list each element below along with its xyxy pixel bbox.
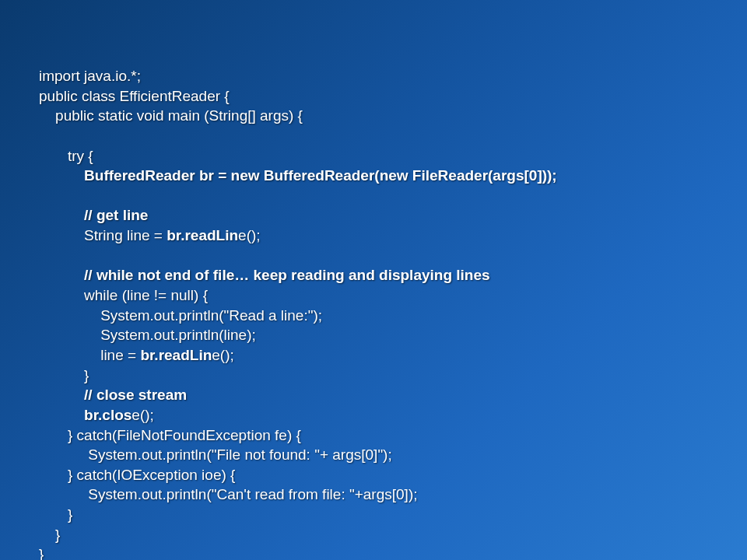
code-line: BufferedReader br = new BufferedReader(n… — [39, 166, 708, 186]
highlighted-comment: // close stream — [84, 387, 187, 403]
code-block: import java.io.*; public class Efficient… — [39, 66, 708, 560]
code-line: System.out.println(line); — [39, 325, 708, 345]
code-line: try { — [39, 146, 708, 166]
code-line: System.out.println("Read a line:"); — [39, 306, 708, 326]
highlighted-code: br.readLin — [140, 347, 212, 363]
blank-line — [39, 126, 708, 146]
code-line: // close stream — [39, 385, 708, 405]
blank-line — [39, 246, 708, 266]
code-line: System.out.println("File not found: "+ a… — [39, 445, 708, 465]
blank-line — [39, 186, 708, 206]
code-line: } catch(FileNotFoundException fe) { — [39, 425, 708, 446]
code-line: public class EfficientReader { — [39, 86, 708, 107]
highlighted-comment: // while not end of file… keep reading a… — [84, 267, 490, 283]
code-line: line = br.readLine(); — [39, 345, 708, 366]
highlighted-code: br.readLin — [167, 227, 238, 243]
code-line: } catch(IOException ioe) { — [39, 465, 708, 485]
code-line: // get line — [39, 205, 708, 226]
code-line: public static void main (String[] args) … — [39, 106, 708, 126]
code-line: String line = br.readLine(); — [39, 226, 708, 246]
code-line: } — [39, 544, 708, 560]
code-line: } — [39, 505, 708, 525]
code-line: } — [39, 525, 708, 545]
code-line: import java.io.*; — [39, 66, 708, 86]
code-line: // while not end of file… keep reading a… — [39, 265, 708, 285]
code-line: br.close(); — [39, 405, 708, 425]
highlighted-comment: // get line — [84, 207, 148, 223]
highlighted-code: br.clos — [84, 407, 132, 423]
code-line: while (line != null) { — [39, 285, 708, 306]
code-line: } — [39, 366, 708, 386]
highlighted-code: BufferedReader br = new BufferedReader(n… — [84, 167, 557, 184]
code-line: System.out.println("Can't read from file… — [39, 485, 708, 505]
